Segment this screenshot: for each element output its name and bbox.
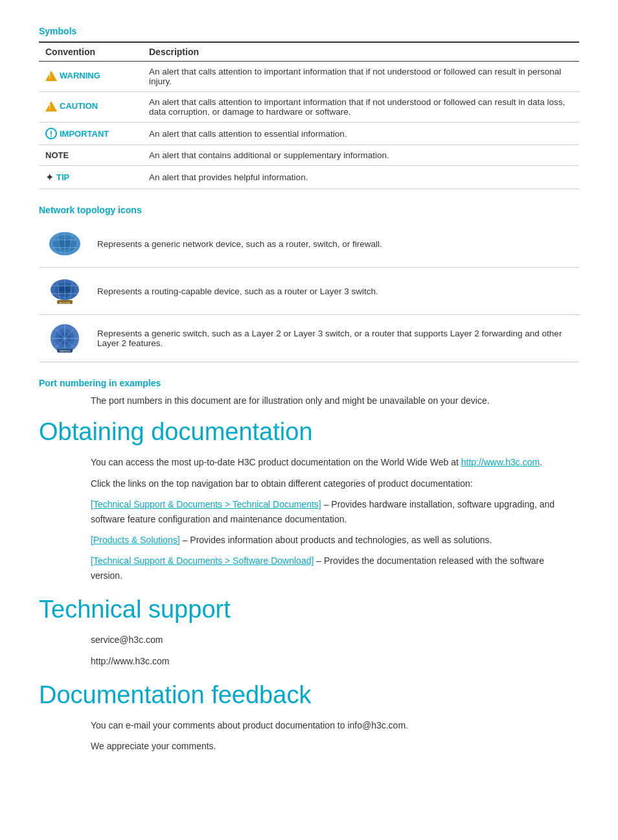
switch-svg: SWITCH bbox=[48, 321, 82, 355]
symbols-heading: Symbols bbox=[39, 26, 579, 36]
obtaining-para1-before: You can access the most up-to-date H3C p… bbox=[91, 457, 461, 467]
network-icon-cell-3: SWITCH bbox=[39, 315, 91, 362]
documentation-feedback-para1: You can e-mail your comments about produ… bbox=[39, 718, 579, 732]
products-solutions-desc: – Provides information about products an… bbox=[180, 535, 492, 545]
obtaining-link3-para: [Technical Support & Documents > Softwar… bbox=[39, 554, 579, 583]
warning-symbol: WARNING bbox=[45, 71, 100, 81]
important-symbol: ! IMPORTANT bbox=[45, 128, 109, 139]
tip-description: An alert that provides helpful informati… bbox=[143, 166, 579, 189]
software-download-link[interactable]: [Technical Support & Documents > Softwar… bbox=[91, 555, 314, 566]
table-row: WARNING An alert that calls attention to… bbox=[39, 62, 579, 92]
documentation-feedback-section: Documentation feedback You can e-mail yo… bbox=[39, 681, 579, 754]
network-icon-cell-2: ROUTER bbox=[39, 268, 91, 315]
table-row: NOTE An alert that contains additional o… bbox=[39, 145, 579, 166]
obtaining-link1-para: [Technical Support & Documents > Technic… bbox=[39, 497, 579, 526]
network-topology-section: Network topology icons bbox=[39, 205, 579, 362]
svg-text:SWITCH: SWITCH bbox=[60, 349, 70, 353]
products-solutions-link[interactable]: [Products & Solutions] bbox=[91, 535, 180, 545]
obtaining-para1: You can access the most up-to-date H3C p… bbox=[39, 455, 579, 469]
table-row: SWITCH Represents a generic switch, such… bbox=[39, 315, 579, 362]
caution-convention: CAUTION bbox=[39, 92, 143, 122]
caution-label: CAUTION bbox=[60, 101, 98, 111]
important-label: IMPORTANT bbox=[60, 129, 109, 139]
port-numbering-heading: Port numbering in examples bbox=[39, 378, 579, 388]
table-row: CAUTION An alert that calls attention to… bbox=[39, 92, 579, 122]
tip-convention: ✦ TIP bbox=[39, 166, 143, 189]
obtaining-para1-after: . bbox=[540, 457, 542, 467]
h3c-link[interactable]: http://www.h3c.com bbox=[461, 457, 540, 467]
router-icon: ROUTER bbox=[47, 273, 83, 309]
documentation-feedback-heading: Documentation feedback bbox=[39, 681, 579, 709]
table-row: ROUTER Represents a routing-capable devi… bbox=[39, 268, 579, 315]
router-description: Represents a routing-capable device, suc… bbox=[91, 268, 579, 315]
note-description: An alert that contains additional or sup… bbox=[143, 145, 579, 166]
technical-support-website: http://www.h3c.com bbox=[39, 654, 579, 668]
important-description: An alert that calls attention to essenti… bbox=[143, 122, 579, 145]
col-convention: Convention bbox=[39, 42, 143, 62]
obtaining-para2: Click the links on the top navigation ba… bbox=[39, 476, 579, 491]
caution-triangle-icon bbox=[45, 101, 57, 111]
network-topology-table: Represents a generic network device, suc… bbox=[39, 220, 579, 362]
obtaining-documentation-section: Obtaining documentation You can access t… bbox=[39, 418, 579, 583]
switch-description: Represents a generic switch, such as a L… bbox=[91, 315, 579, 362]
generic-network-device-description: Represents a generic network device, suc… bbox=[91, 220, 579, 268]
warning-description: An alert that calls attention to importa… bbox=[143, 62, 579, 92]
generic-device-svg bbox=[48, 227, 82, 261]
port-numbering-section: Port numbering in examples The port numb… bbox=[39, 378, 579, 408]
router-svg: ROUTER bbox=[48, 274, 82, 308]
note-convention: NOTE bbox=[39, 145, 143, 166]
technical-support-heading: Technical support bbox=[39, 596, 579, 624]
tip-bulb-icon: ✦ bbox=[45, 171, 54, 183]
table-row: Represents a generic network device, suc… bbox=[39, 220, 579, 268]
important-circle-icon: ! bbox=[45, 128, 57, 139]
tip-label: TIP bbox=[56, 172, 69, 182]
tech-docs-link[interactable]: [Technical Support & Documents > Technic… bbox=[91, 499, 321, 509]
documentation-feedback-para2: We appreciate your comments. bbox=[39, 739, 579, 753]
generic-network-device-icon bbox=[47, 226, 83, 262]
svg-text:ROUTER: ROUTER bbox=[60, 301, 71, 305]
caution-description: An alert that calls attention to importa… bbox=[143, 92, 579, 122]
table-row: ! IMPORTANT An alert that calls attentio… bbox=[39, 122, 579, 145]
warning-label: WARNING bbox=[60, 71, 100, 80]
technical-support-section: Technical support service@h3c.com http:/… bbox=[39, 596, 579, 668]
obtaining-documentation-heading: Obtaining documentation bbox=[39, 418, 579, 446]
switch-icon: SWITCH bbox=[47, 320, 83, 356]
obtaining-link2-para: [Products & Solutions] – Provides inform… bbox=[39, 533, 579, 547]
tip-symbol: ✦ TIP bbox=[45, 171, 69, 183]
note-label: NOTE bbox=[45, 150, 69, 160]
symbols-table: Convention Description WARNING An alert … bbox=[39, 41, 579, 189]
network-icon-cell-1 bbox=[39, 220, 91, 268]
port-numbering-body: The port numbers in this document are fo… bbox=[39, 393, 579, 408]
warning-triangle-icon bbox=[45, 71, 57, 81]
warning-convention: WARNING bbox=[39, 62, 143, 92]
technical-support-email: service@h3c.com bbox=[39, 633, 579, 647]
caution-symbol: CAUTION bbox=[45, 101, 98, 111]
important-convention: ! IMPORTANT bbox=[39, 122, 143, 145]
table-row: ✦ TIP An alert that provides helpful inf… bbox=[39, 166, 579, 189]
network-topology-heading: Network topology icons bbox=[39, 205, 579, 215]
col-description: Description bbox=[143, 42, 579, 62]
symbols-section: Symbols Convention Description WARNING A… bbox=[39, 26, 579, 189]
note-symbol: NOTE bbox=[45, 150, 69, 160]
